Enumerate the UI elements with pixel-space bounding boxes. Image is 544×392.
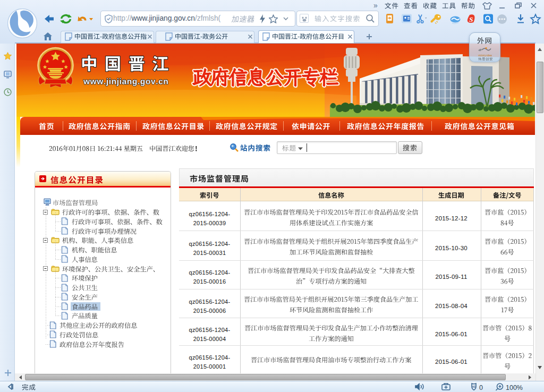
svg-text:AD: AD (472, 385, 477, 388)
svg-text:S: S (469, 15, 473, 23)
svg-text:0: 0 (479, 384, 483, 391)
svg-text:100%: 100% (506, 384, 523, 391)
